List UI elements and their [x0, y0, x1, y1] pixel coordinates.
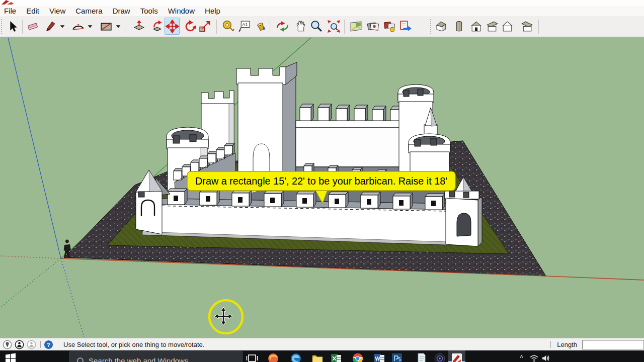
measurement-label: Length — [557, 341, 577, 348]
front-view-icon — [469, 20, 483, 33]
toolbar-separator — [344, 20, 345, 34]
menu-draw[interactable]: Draw — [109, 6, 134, 16]
pan-tool-button[interactable] — [293, 18, 308, 35]
tutorial-tooltip-text: Draw a rectangle 15', 22' to be your bar… — [195, 175, 447, 187]
toolbar-grip[interactable] — [430, 19, 432, 34]
photo-textures-button[interactable] — [365, 18, 380, 35]
edge-browser-icon[interactable] — [290, 352, 302, 362]
credits-icon[interactable] — [15, 340, 24, 349]
taskbar: Search the web and Windows ˄ — [0, 350, 644, 362]
view-front-button[interactable] — [468, 18, 484, 35]
menu-view[interactable]: View — [46, 6, 69, 16]
toolbar-separator — [125, 20, 125, 34]
rectangle-tool-button[interactable] — [99, 18, 114, 35]
tray-expand-icon[interactable]: ˄ — [520, 353, 523, 360]
menu-edit[interactable]: Edit — [23, 6, 43, 16]
add-location-icon — [349, 20, 363, 33]
rotate-tool-button[interactable] — [183, 18, 198, 35]
toolbar-separator — [270, 20, 270, 34]
volume-icon[interactable] — [542, 354, 550, 362]
status-separator — [40, 341, 41, 348]
chrome-icon[interactable] — [352, 352, 364, 362]
help-icon[interactable]: ? — [44, 340, 53, 349]
menu-window[interactable]: Window — [165, 6, 198, 16]
toolbar-separator — [216, 20, 217, 34]
file-explorer-icon[interactable] — [311, 352, 324, 362]
iso-view-icon — [435, 20, 449, 33]
pan-hand-icon — [294, 20, 307, 33]
paint-bucket-icon — [254, 20, 268, 33]
text-tool-button[interactable]: A1 — [236, 18, 252, 35]
follow-me-tool-button[interactable] — [150, 18, 165, 35]
menu-camera[interactable]: Camera — [72, 6, 106, 16]
task-view-icon[interactable] — [246, 352, 258, 362]
view-right-button[interactable] — [485, 18, 500, 35]
send-to-layout-button[interactable] — [397, 18, 413, 35]
zoom-extents-button[interactable] — [326, 18, 341, 35]
taskbar-search-text: Search the web and Windows — [89, 356, 188, 362]
search-icon — [77, 357, 84, 362]
tape-measure-tool-button[interactable] — [220, 18, 235, 35]
media-player-icon[interactable] — [434, 352, 446, 362]
view-top-button[interactable] — [451, 18, 466, 35]
start-button-icon[interactable] — [5, 353, 16, 362]
add-location-button[interactable] — [348, 18, 363, 35]
orbit-icon — [276, 20, 289, 33]
orbit-tool-button[interactable] — [275, 18, 290, 35]
top-view-icon — [452, 20, 466, 33]
arc-tool-dropdown[interactable] — [87, 22, 94, 30]
zoom-icon — [309, 20, 323, 33]
taskbar-search-box[interactable]: Search the web and Windows — [69, 351, 243, 362]
scale-tool-button[interactable] — [197, 18, 212, 35]
push-pull-icon — [132, 20, 146, 33]
svg-text:A1: A1 — [242, 22, 248, 27]
chevron-down-icon — [87, 23, 94, 30]
geolocation-icon[interactable] — [3, 340, 12, 349]
word-icon[interactable] — [373, 352, 385, 362]
rectangle-icon — [100, 20, 113, 33]
move-icon — [166, 20, 179, 33]
menu-bar: File Edit View Camera Draw Tools Window … — [0, 6, 644, 16]
sign-in-icon[interactable] — [27, 340, 36, 349]
arc-tool-button[interactable] — [70, 18, 86, 35]
modeling-viewport[interactable]: Draw a rectangle 15', 22' to be your bar… — [0, 37, 644, 338]
rotate-icon — [184, 20, 197, 33]
toolbar-grip[interactable] — [1, 19, 3, 34]
eraser-tool-button[interactable] — [25, 18, 40, 35]
status-message: Use Select tool, or pick one thing to mo… — [63, 341, 550, 348]
status-bar: ? Use Select tool, or pick one thing to … — [0, 338, 644, 350]
notepad-icon[interactable] — [416, 352, 428, 362]
select-tool-button[interactable] — [5, 18, 20, 35]
paint-bucket-tool-button[interactable] — [253, 18, 268, 35]
sketchup-app-icon[interactable] — [451, 352, 463, 362]
excel-icon[interactable] — [330, 352, 342, 362]
zoom-extents-icon — [327, 20, 341, 33]
line-tool-button[interactable] — [43, 18, 58, 35]
view-iso-button[interactable] — [434, 18, 449, 35]
menu-tools[interactable]: Tools — [137, 6, 162, 16]
firefox-icon[interactable] — [267, 352, 279, 362]
measurement-input[interactable] — [582, 340, 644, 349]
move-tool-button[interactable] — [165, 18, 180, 35]
photo-textures-icon — [366, 20, 380, 33]
select-arrow-icon — [6, 20, 20, 33]
scale-icon — [198, 20, 212, 33]
view-back-button[interactable] — [500, 18, 515, 35]
left-view-icon — [520, 20, 534, 33]
push-pull-tool-button[interactable] — [131, 18, 146, 35]
warehouse-button[interactable] — [382, 18, 397, 35]
chevron-down-icon — [115, 23, 122, 30]
rectangle-tool-dropdown[interactable] — [115, 22, 122, 30]
menu-file[interactable]: File — [1, 6, 20, 16]
view-left-button[interactable] — [519, 18, 534, 35]
photoshop-icon[interactable] — [391, 352, 403, 362]
network-icon[interactable] — [530, 354, 538, 362]
eraser-icon — [26, 20, 40, 33]
sketchup-logo-icon — [1, 0, 14, 5]
menu-help[interactable]: Help — [201, 6, 224, 16]
send-to-layout-icon — [398, 20, 412, 33]
right-view-icon — [486, 20, 499, 33]
zoom-tool-button[interactable] — [308, 18, 324, 35]
line-tool-dropdown[interactable] — [59, 22, 66, 30]
follow-me-icon — [151, 20, 165, 33]
